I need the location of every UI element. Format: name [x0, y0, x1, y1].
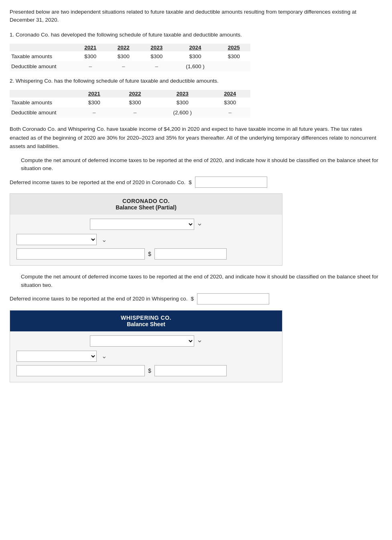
s2-deductible-2022: –	[115, 108, 156, 118]
s1-col-2025: 2025	[217, 44, 250, 51]
s2-deductible-label: Deductible amount	[10, 108, 74, 118]
whispering-deferred-row: Deferred income taxes to be reported at …	[10, 293, 382, 305]
s2-row-taxable: Taxable amounts $300 $300 $300 $300	[10, 97, 250, 108]
s2-taxable-2023: $300	[155, 97, 209, 108]
s2-col-label	[10, 90, 74, 97]
whispering-amount-input[interactable]	[154, 365, 227, 376]
s1-taxable-2022: $300	[107, 51, 140, 61]
coronado-company-name: CORONADO CO.	[16, 198, 276, 204]
s2-taxable-2024: $300	[209, 97, 250, 108]
s1-taxable-2023: $300	[140, 51, 173, 61]
situation1-table: 2021 2022 2023 2024 2025 Taxable amounts…	[10, 44, 250, 71]
coronado-top-dropdown-chevron: ⌄	[197, 219, 203, 230]
s2-taxable-2021: $300	[74, 97, 115, 108]
whispering-card-header: WHISPERING CO. Balance Sheet	[10, 311, 282, 331]
situation2-table: 2021 2022 2023 2024 Taxable amounts $300…	[10, 90, 250, 118]
s2-deductible-2021: –	[74, 108, 115, 118]
whispering-sheet-title: Balance Sheet	[16, 321, 276, 327]
coronado-left-dropdown[interactable]	[16, 234, 97, 245]
s1-row-taxable: Taxable amounts $300 $300 $300 $300 $300	[10, 51, 250, 61]
compute-s1-instruction: Compute the net amount of deferred incom…	[21, 156, 382, 173]
coronado-left-chevron: ⌄	[102, 236, 107, 244]
coronado-field-row: ⌄	[16, 234, 276, 245]
s1-col-2023: 2023	[140, 44, 173, 51]
s2-deductible-2024: –	[209, 108, 250, 118]
coronado-card-body: ⌄ ⌄ $	[10, 215, 282, 265]
s1-deductible-2022: –	[107, 61, 140, 71]
whispering-balance-card: WHISPERING CO. Balance Sheet ⌄ ⌄ $	[10, 310, 282, 382]
whispering-top-dropdown[interactable]	[90, 335, 194, 347]
s2-col-2022: 2022	[115, 90, 156, 97]
coronado-balance-card: CORONADO CO. Balance Sheet (Partial) ⌄ ⌄…	[10, 193, 282, 266]
situation2-title: 2. Whispering Co. has the following sche…	[10, 77, 382, 85]
s1-deductible-2023: –	[140, 61, 173, 71]
whispering-text-field[interactable]	[16, 365, 145, 376]
whispering-field-row: ⌄	[16, 351, 276, 362]
whispering-deferred-label: Deferred income taxes to be reported at …	[10, 296, 188, 302]
s1-taxable-label: Taxable amounts	[10, 51, 74, 61]
s2-deductible-2023: (2,600 )	[155, 108, 209, 118]
coronado-text-field[interactable]	[16, 248, 145, 260]
whispering-left-dropdown[interactable]	[16, 351, 97, 362]
coronado-top-dropdown[interactable]	[90, 219, 194, 230]
s2-col-2021: 2021	[74, 90, 115, 97]
whispering-company-name: WHISPERING CO.	[16, 315, 276, 321]
situation1-title: 1. Coronado Co. has developed the follow…	[10, 31, 382, 39]
s1-row-deductible: Deductible amount – – – (1,600 )	[10, 61, 250, 71]
coronado-amount-row: $	[16, 248, 276, 260]
s2-taxable-2022: $300	[115, 97, 156, 108]
whispering-card-body: ⌄ ⌄ $	[10, 331, 282, 382]
s1-col-2021: 2021	[74, 44, 107, 51]
whispering-amount-row: $	[16, 365, 276, 376]
coronado-dollar-sign: $	[189, 179, 192, 185]
coronado-amount-input[interactable]	[154, 248, 227, 260]
intro-text: Presented below are two independent situ…	[10, 8, 382, 24]
coronado-top-dropdown-row: ⌄	[16, 219, 276, 230]
s2-row-deductible: Deductible amount – – (2,600 ) –	[10, 108, 250, 118]
s2-col-2024: 2024	[209, 90, 250, 97]
whispering-amount-dollar: $	[148, 367, 151, 374]
s1-taxable-2024: $300	[173, 51, 217, 61]
coronado-deferred-row: Deferred income taxes to be reported at …	[10, 177, 382, 188]
s1-col-2024: 2024	[173, 44, 217, 51]
whispering-dollar-sign: $	[191, 296, 194, 302]
s1-deductible-label: Deductible amount	[10, 61, 74, 71]
whispering-top-chevron: ⌄	[197, 335, 203, 347]
coronado-card-header: CORONADO CO. Balance Sheet (Partial)	[10, 194, 282, 215]
coronado-deferred-input[interactable]	[195, 177, 267, 188]
body-text: Both Coronado Co. and Whispering Co. hav…	[10, 125, 382, 151]
s1-taxable-2025: $300	[217, 51, 250, 61]
s1-deductible-2021: –	[74, 61, 107, 71]
s2-col-2023: 2023	[155, 90, 209, 97]
coronado-deferred-label: Deferred income taxes to be reported at …	[10, 179, 185, 185]
whispering-left-chevron: ⌄	[102, 352, 107, 360]
coronado-sheet-title: Balance Sheet (Partial)	[16, 204, 276, 211]
s2-taxable-label: Taxable amounts	[10, 97, 74, 108]
whispering-top-dropdown-row: ⌄	[16, 335, 276, 347]
coronado-amount-dollar: $	[148, 251, 151, 257]
s1-taxable-2021: $300	[74, 51, 107, 61]
s1-col-label	[10, 44, 74, 51]
s1-deductible-2024: (1,600 )	[173, 61, 217, 71]
compute-s2-instruction: Compute the net amount of deferred incom…	[21, 273, 382, 289]
s1-deductible-2025	[217, 61, 250, 71]
s1-col-2022: 2022	[107, 44, 140, 51]
whispering-deferred-input[interactable]	[197, 293, 269, 305]
